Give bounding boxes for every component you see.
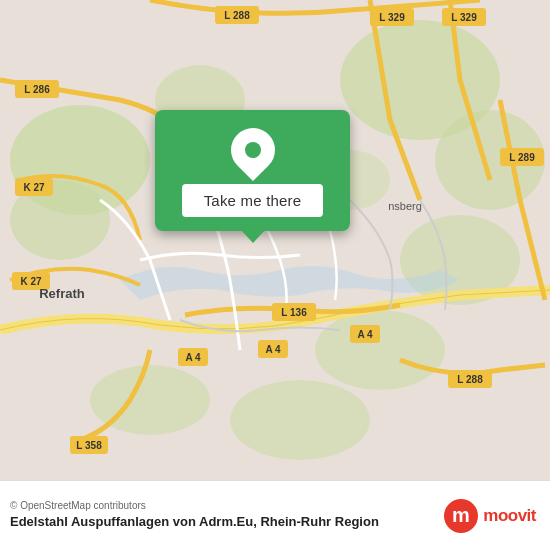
attribution-text: © OpenStreetMap contributors [10, 500, 443, 511]
moovit-icon: m [443, 498, 479, 534]
take-me-there-button[interactable]: Take me there [182, 184, 324, 217]
svg-text:L 329: L 329 [379, 12, 405, 23]
moovit-logo: m moovit [443, 498, 536, 534]
svg-point-6 [230, 380, 370, 460]
pin-dot [245, 142, 261, 158]
svg-text:L 289: L 289 [509, 152, 535, 163]
svg-text:K 27: K 27 [23, 182, 45, 193]
svg-text:L 136: L 136 [281, 307, 307, 318]
moovit-text: moovit [483, 506, 536, 526]
map-container: L 329 L 329 L 286 L 288 L 289 K 27 K 27 … [0, 0, 550, 480]
svg-text:L 358: L 358 [76, 440, 102, 451]
svg-text:L 288: L 288 [224, 10, 250, 21]
bottom-info-bar: © OpenStreetMap contributors Edelstahl A… [0, 480, 550, 550]
svg-text:Refrath: Refrath [39, 286, 85, 301]
svg-text:L 286: L 286 [24, 84, 50, 95]
svg-text:L 329: L 329 [451, 12, 477, 23]
svg-text:A 4: A 4 [265, 344, 281, 355]
map-pin-icon [221, 119, 283, 181]
svg-text:nsberg: nsberg [388, 200, 422, 212]
location-popup: Take me there [155, 110, 350, 231]
svg-point-8 [315, 310, 445, 390]
svg-text:m: m [452, 504, 470, 526]
business-info: © OpenStreetMap contributors Edelstahl A… [10, 500, 443, 531]
svg-text:A 4: A 4 [357, 329, 373, 340]
svg-text:L 288: L 288 [457, 374, 483, 385]
business-name: Edelstahl Auspuffanlagen von Adrm.Eu, Rh… [10, 514, 443, 531]
svg-text:A 4: A 4 [185, 352, 201, 363]
